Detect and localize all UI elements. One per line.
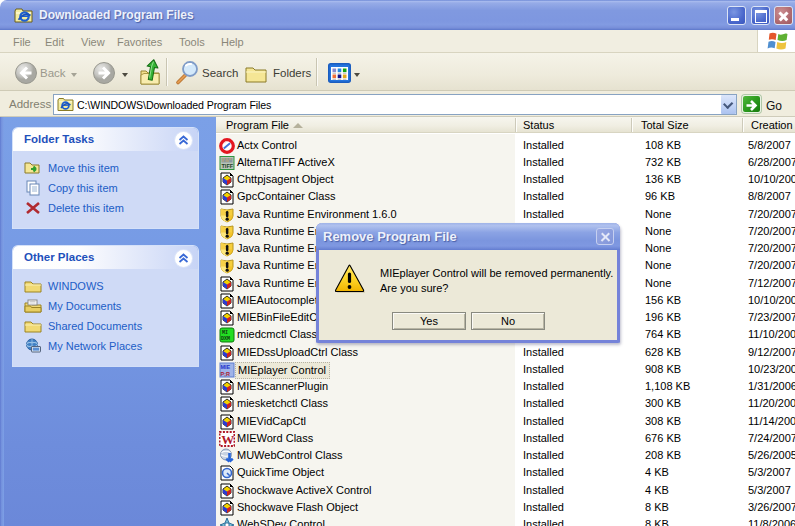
svg-text:DXM: DXM <box>221 336 230 342</box>
svg-text:TIFF: TIFF <box>222 163 234 169</box>
svg-text:MIE: MIE <box>221 364 231 370</box>
svg-text:W: W <box>221 432 234 447</box>
svg-text:P;R: P;R <box>221 370 231 376</box>
